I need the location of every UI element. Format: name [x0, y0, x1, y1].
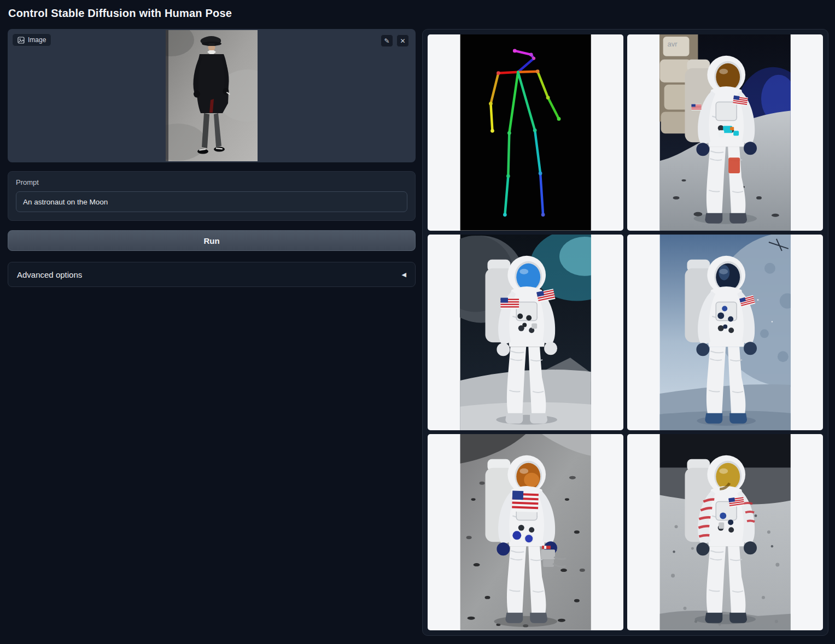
- prompt-input[interactable]: [16, 191, 407, 212]
- gallery-item-4[interactable]: [428, 434, 623, 630]
- generated-image-3: [659, 235, 791, 431]
- generated-image-5: [659, 434, 791, 630]
- advanced-options-label: Advanced options: [17, 270, 82, 279]
- image-label-text: Image: [28, 36, 46, 44]
- image-upload-panel[interactable]: Image ✎ ✕: [8, 29, 416, 162]
- gallery-item-3[interactable]: [627, 235, 823, 431]
- image-icon: [17, 37, 25, 44]
- generated-image-4: [460, 434, 591, 630]
- generated-image-1: avr: [659, 34, 791, 231]
- gallery-item-pose[interactable]: [428, 34, 623, 231]
- prompt-panel: Prompt: [8, 171, 416, 221]
- prompt-label: Prompt: [16, 178, 407, 186]
- chevron-left-icon: ◀: [402, 271, 406, 278]
- clear-image-button[interactable]: ✕: [396, 34, 409, 47]
- advanced-options-accordion[interactable]: Advanced options ◀: [8, 262, 416, 287]
- edit-image-button[interactable]: ✎: [381, 34, 393, 47]
- output-gallery: avr: [422, 29, 828, 636]
- run-button[interactable]: Run: [8, 230, 416, 251]
- gallery-item-1[interactable]: avr: [627, 34, 823, 231]
- generated-image-2: [460, 235, 591, 431]
- image-component-label: Image: [12, 33, 51, 46]
- watermark-text: avr: [667, 40, 678, 48]
- controls-column: Image ✎ ✕: [8, 29, 416, 287]
- gallery-item-2[interactable]: [428, 235, 623, 431]
- app-root: Control Stable Diffusion with Human Pose…: [0, 0, 835, 644]
- pose-image: [460, 34, 591, 231]
- gallery-item-5[interactable]: [627, 434, 823, 630]
- main-row: Image ✎ ✕: [8, 29, 828, 636]
- image-toolbar: ✎ ✕: [381, 34, 409, 47]
- input-image: [166, 30, 258, 161]
- page-title: Control Stable Diffusion with Human Pose: [8, 7, 828, 20]
